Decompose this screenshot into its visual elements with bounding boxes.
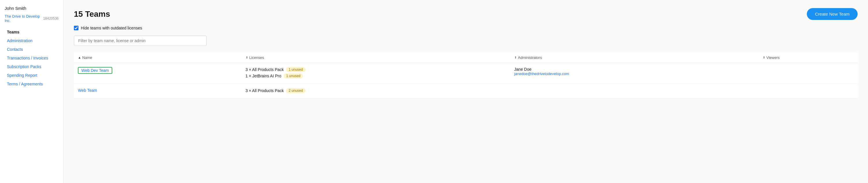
- col-viewers[interactable]: ⬍ Viewers: [758, 52, 858, 63]
- license-line: 3 × All Products Pack2 unused: [246, 88, 506, 93]
- col-name-label: Name: [82, 55, 92, 60]
- col-viewers-label: Viewers: [767, 55, 780, 60]
- col-administrators-label: Administrators: [518, 55, 542, 60]
- sidebar-item-contacts[interactable]: Contacts: [5, 45, 59, 53]
- team-viewers-cell: [758, 84, 858, 99]
- sort-name-icon: ▲: [78, 56, 81, 59]
- sidebar-user: John Smith: [5, 6, 59, 11]
- sidebar-item-terms-agreements[interactable]: Terms / Agreements: [5, 80, 59, 88]
- sidebar-org-id: 18420536: [43, 17, 59, 21]
- team-name-link[interactable]: Web Team: [78, 88, 97, 93]
- license-badge: 1 unused: [284, 73, 303, 79]
- sort-viewers-icon: ⬍: [763, 56, 765, 59]
- filter-row: Hide teams with outdated licenses: [74, 26, 858, 30]
- sidebar-item-transactions-invoices[interactable]: Transactions / Invoices: [5, 54, 59, 62]
- team-admin-cell: [510, 84, 758, 99]
- license-text: 1 × JetBrains AI Pro: [246, 73, 281, 78]
- table-row: Web Dev Team3 × All Products Pack1 unuse…: [74, 63, 858, 84]
- license-text: 3 × All Products Pack: [246, 67, 284, 72]
- col-licenses-label: Licenses: [249, 55, 264, 60]
- license-line: 3 × All Products Pack1 unused: [246, 67, 506, 72]
- sidebar-item-teams[interactable]: Teams: [5, 28, 59, 36]
- hide-outdated-checkbox[interactable]: [74, 26, 79, 30]
- sidebar-org: The Drive to Develop Inc. 18420536: [5, 14, 59, 23]
- table-header-row: ▲ Name ⬍ Licenses ⬍ Administrators: [74, 52, 858, 63]
- sidebar-nav: TeamsAdministrationContactsTransactions …: [5, 28, 59, 88]
- team-name-link[interactable]: Web Dev Team: [78, 67, 112, 74]
- admin-name: Jane Doe: [514, 67, 754, 71]
- main-header: 15 Teams Create New Team: [74, 8, 858, 20]
- team-viewers-cell: [758, 63, 858, 84]
- sidebar-item-spending-report[interactable]: Spending Report: [5, 71, 59, 80]
- license-badge: 1 unused: [286, 67, 305, 72]
- col-name[interactable]: ▲ Name: [74, 52, 242, 63]
- sort-licenses-icon: ⬍: [246, 56, 248, 59]
- admin-email: janedoe@thedrivetodevelop.com: [514, 71, 754, 76]
- team-name-cell: Web Dev Team: [74, 63, 242, 84]
- teams-table: ▲ Name ⬍ Licenses ⬍ Administrators: [74, 52, 858, 99]
- sidebar-item-subscription-packs[interactable]: Subscription Packs: [5, 63, 59, 71]
- col-administrators[interactable]: ⬍ Administrators: [510, 52, 758, 63]
- sidebar: John Smith The Drive to Develop Inc. 184…: [0, 0, 63, 183]
- table-row: Web Team3 × All Products Pack2 unused: [74, 84, 858, 99]
- team-name-cell: Web Team: [74, 84, 242, 99]
- col-licenses[interactable]: ⬍ Licenses: [242, 52, 510, 63]
- team-licenses-cell: 3 × All Products Pack2 unused: [242, 84, 510, 99]
- hide-outdated-label: Hide teams with outdated licenses: [81, 26, 142, 30]
- sidebar-org-name[interactable]: The Drive to Develop Inc.: [5, 14, 41, 23]
- sort-admins-icon: ⬍: [514, 56, 517, 59]
- page-title: 15 Teams: [74, 9, 110, 19]
- team-licenses-cell: 3 × All Products Pack1 unused1 × JetBrai…: [242, 63, 510, 84]
- sidebar-item-administration[interactable]: Administration: [5, 37, 59, 45]
- team-admin-cell: Jane Doejanedoe@thedrivetodevelop.com: [510, 63, 758, 84]
- license-line: 1 × JetBrains AI Pro1 unused: [246, 73, 506, 79]
- team-search-input[interactable]: [74, 35, 207, 46]
- main-content: 15 Teams Create New Team Hide teams with…: [63, 0, 868, 183]
- teams-table-body: Web Dev Team3 × All Products Pack1 unuse…: [74, 63, 858, 99]
- create-new-team-button[interactable]: Create New Team: [807, 8, 858, 20]
- license-text: 3 × All Products Pack: [246, 88, 284, 93]
- license-badge: 2 unused: [286, 88, 305, 93]
